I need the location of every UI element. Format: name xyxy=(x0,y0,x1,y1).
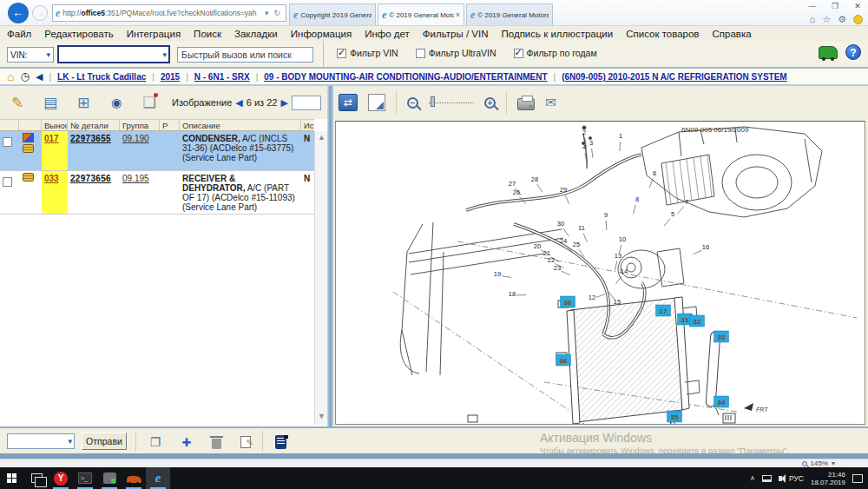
tray-expand-chevron-icon[interactable]: ∧ xyxy=(750,474,755,482)
group-link[interactable]: 09.190 xyxy=(122,134,149,143)
checkbox-icon[interactable] xyxy=(416,49,425,58)
scroll-down-icon[interactable]: ▼ xyxy=(315,410,328,423)
stock-stack-icon[interactable] xyxy=(23,173,34,182)
clock[interactable]: 21:46 18.07.2019 xyxy=(811,471,845,486)
zoom-out-icon[interactable]: − xyxy=(407,97,418,109)
basket-select[interactable]: ▾ xyxy=(7,433,75,449)
fit-to-window-icon[interactable]: ⇄ xyxy=(339,94,358,111)
history-clock-icon[interactable]: ◷ xyxy=(20,71,29,83)
menu-bookmarks[interactable]: Закладки xyxy=(234,29,278,39)
header-part-number[interactable]: № детали xyxy=(68,120,120,130)
menu-file[interactable]: Файл xyxy=(7,29,31,39)
browser-zoom-control[interactable]: 145% ▾ xyxy=(802,459,835,467)
menu-help[interactable]: Справка xyxy=(712,29,751,39)
speaker-icon[interactable] xyxy=(779,476,782,481)
filter-by-years[interactable]: Фильтр по годам xyxy=(514,48,597,58)
network-icon[interactable] xyxy=(762,475,772,482)
header-description[interactable]: Описание xyxy=(180,120,301,130)
callout-number[interactable]: 17 xyxy=(660,307,667,315)
zoom-slider[interactable] xyxy=(429,96,474,109)
prev-image-arrow-icon[interactable]: ◀ xyxy=(235,97,242,109)
pinned-note-icon[interactable]: ❏ xyxy=(139,92,160,113)
callout-number[interactable]: 36 xyxy=(560,357,568,365)
zoom-slider-handle[interactable] xyxy=(431,96,435,107)
stock-stack-icon[interactable] xyxy=(23,144,34,153)
copy-window-icon[interactable]: ❐ xyxy=(146,433,165,451)
menu-illustration-caption[interactable]: Подпись к иллюстрации xyxy=(502,29,614,39)
vehicle-icon[interactable] xyxy=(819,46,838,59)
filter-ultravin[interactable]: Фильтр UltraVIN xyxy=(416,48,496,58)
menu-search[interactable]: Поиск xyxy=(194,29,221,39)
checkbox-icon[interactable] xyxy=(514,49,523,58)
address-bar[interactable]: e http://office5:351/PQMace/root.fve?che… xyxy=(52,4,286,22)
scroll-up-icon[interactable]: ▲ xyxy=(315,131,328,144)
diagram-canvas[interactable]: 6N09-005 06/19/2009 FRT 1234272826293068… xyxy=(335,121,865,425)
settings-gear-icon[interactable]: ⚙ xyxy=(838,13,846,25)
eye-preview-icon[interactable]: ◉ xyxy=(106,92,127,113)
vin-input-combo[interactable]: ▾ xyxy=(57,45,170,63)
callout-number[interactable]: 32 xyxy=(694,318,701,326)
quick-search-input[interactable] xyxy=(177,47,313,63)
group-link[interactable]: 09.195 xyxy=(122,174,149,183)
add-document-icon[interactable]: ⊞ xyxy=(73,92,94,113)
browser-back-button[interactable]: ← xyxy=(8,3,29,23)
callout-number[interactable]: 33 xyxy=(718,334,726,341)
callout-number[interactable]: 35 xyxy=(671,413,679,421)
send-button[interactable]: Отправи xyxy=(82,433,127,450)
callout-number[interactable]: 34 xyxy=(718,399,726,406)
edit-list-icon[interactable] xyxy=(236,433,255,451)
checkbox-icon[interactable] xyxy=(337,49,346,58)
table-row[interactable]: 017 22973655 09.190 CONDENSER, A/C (INCL… xyxy=(0,131,314,171)
url-text[interactable]: http://office5:351/PQMace/root.fve?check… xyxy=(62,9,262,17)
favorites-star-icon[interactable]: ☆ xyxy=(822,13,831,25)
edit-note-icon[interactable]: ✎ xyxy=(7,92,28,113)
header-p[interactable]: P xyxy=(160,120,180,130)
delete-trash-icon[interactable] xyxy=(207,433,226,451)
callout-number[interactable]: 36 xyxy=(564,299,572,307)
close-button[interactable]: ✕ xyxy=(851,0,865,13)
breadcrumb-group[interactable]: 09 - BODY MOUNTING-AIR CONDITIONING-AUDI… xyxy=(264,72,547,82)
panel-splitter[interactable] xyxy=(327,86,333,426)
callout-link[interactable]: 017 xyxy=(44,134,59,143)
breadcrumb-figure[interactable]: (6N09-005) 2010-2015 N A/C REFRIGERATION… xyxy=(562,72,787,82)
menu-filters-vin[interactable]: Фильтры / VIN xyxy=(423,29,489,39)
task-view-button[interactable] xyxy=(24,467,49,489)
menu-information[interactable]: Информация xyxy=(291,29,352,39)
image-number-input[interactable] xyxy=(292,96,321,110)
callout-number[interactable]: 31 xyxy=(681,316,689,324)
internet-explorer-icon[interactable]: e xyxy=(146,467,170,489)
header-usage[interactable]: Исполь xyxy=(301,120,314,130)
table-row[interactable]: 033 22973656 09.195 RECEIVER & DEHYDRATO… xyxy=(0,171,314,215)
menu-integration[interactable]: Интеграция xyxy=(127,29,181,39)
header-group[interactable]: Группа xyxy=(120,120,160,130)
car-app-icon[interactable] xyxy=(122,467,146,489)
back-arrow-icon[interactable]: ◀ xyxy=(36,71,43,82)
action-center-icon[interactable] xyxy=(852,474,863,483)
menu-part-info[interactable]: Инфо дет xyxy=(365,29,410,39)
yandex-browser-icon[interactable]: Y xyxy=(49,467,73,489)
browser-tab-1[interactable]: e Copyright 2019 General Motors xyxy=(289,3,376,25)
menu-edit[interactable]: Редактировать xyxy=(44,29,113,39)
row-checkbox[interactable] xyxy=(3,177,12,187)
mail-icon[interactable]: ✉ xyxy=(545,95,556,110)
next-image-arrow-icon[interactable]: ▶ xyxy=(280,97,287,109)
row-checkbox[interactable] xyxy=(3,137,12,147)
notebook-icon[interactable] xyxy=(271,433,290,451)
breadcrumb-year[interactable]: 2015 xyxy=(161,72,180,82)
help-icon[interactable]: ? xyxy=(845,44,861,60)
terminal-app-icon[interactable]: >_ xyxy=(73,467,97,489)
home-icon[interactable]: ⌂ xyxy=(810,13,816,25)
maximize-button[interactable]: ❐ xyxy=(828,0,842,13)
header-callout[interactable]: Вынос xyxy=(42,120,68,130)
browser-tab-2[interactable]: e © 2019 General Motors - Да... × xyxy=(378,3,464,25)
table-scrollbar[interactable]: ▲ ▼ xyxy=(314,131,327,425)
start-button[interactable] xyxy=(0,467,24,489)
address-dropdown-caret[interactable]: ▾ xyxy=(262,9,272,17)
device-app-icon[interactable] xyxy=(97,467,122,489)
browser-tab-3[interactable]: e © 2019 General Motors - Дата ... xyxy=(466,3,553,25)
filter-vin[interactable]: Фильтр VIN xyxy=(337,48,398,58)
breadcrumb-catalog[interactable]: LK - Lt Truck Cadillac xyxy=(57,72,146,82)
callout-image-icon[interactable] xyxy=(23,133,34,142)
part-number-link[interactable]: 22973655 xyxy=(70,134,111,143)
breadcrumb-model[interactable]: N - 6N1 - SRX xyxy=(194,72,250,82)
